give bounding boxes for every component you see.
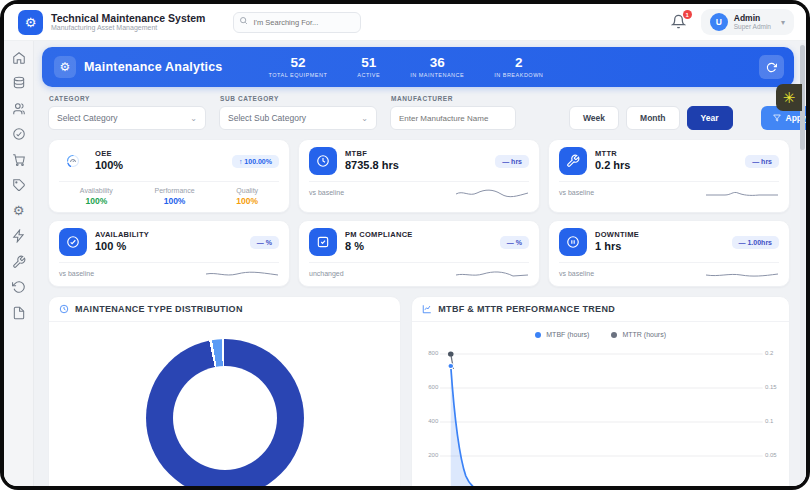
donut-chart[interactable] — [146, 339, 304, 486]
sidebar-item-home[interactable] — [11, 50, 26, 65]
user-name: Admin — [734, 14, 771, 23]
category-select[interactable]: Select Category ⌄ — [48, 106, 206, 130]
kpi-card-mttr: MTTR 0.2 hrs — hrs vs baseline — [548, 139, 790, 213]
sparkline — [705, 187, 779, 199]
check-circle-icon — [12, 127, 26, 141]
oee-availability: Availability 100% — [80, 187, 113, 206]
wrench-icon — [12, 255, 26, 269]
history-icon — [12, 280, 26, 294]
pause-circle-icon — [559, 228, 587, 256]
home-icon — [12, 51, 26, 65]
sidebar-item-history[interactable] — [11, 280, 26, 295]
kpi-value: 8735.8 hrs — [345, 159, 399, 173]
refresh-icon — [766, 62, 777, 73]
kpi-value: 0.2 hrs — [595, 159, 630, 173]
sidebar-item-assets[interactable] — [11, 76, 26, 91]
category-label: CATEGORY — [49, 95, 206, 102]
checkbox-icon — [309, 228, 337, 256]
sidebar-item-reports[interactable] — [11, 305, 26, 320]
sidebar-item-settings[interactable]: ⚙ — [11, 203, 26, 218]
top-header: ⚙ Technical Maintenance System Manufactu… — [4, 4, 806, 41]
stat-active: 51 ACTIVE — [357, 56, 380, 78]
manufacturer-input[interactable] — [390, 106, 516, 130]
sidebar-item-procurement[interactable] — [11, 152, 26, 167]
app-logo-gear-icon: ⚙ — [18, 10, 43, 35]
legend-mtbf[interactable]: MTBF (hours) — [535, 331, 589, 338]
kpi-label: OEE — [95, 149, 123, 158]
filter-icon — [773, 114, 781, 122]
stat-in-maintenance: 36 IN MAINTENANCE — [410, 56, 464, 78]
window-frame: ⚙ Technical Maintenance System Manufactu… — [0, 0, 810, 490]
page-title: Maintenance Analytics — [84, 60, 223, 74]
app-subtitle: Manufacturing Asset Management — [51, 24, 205, 32]
kpi-label: DOWNTIME — [595, 230, 639, 239]
kpi-card-pm-compliance: PM COMPLIANCE 8 % — % unchanged — [298, 220, 540, 287]
kpi-trend-badge: — % — [500, 236, 529, 249]
sparkline — [455, 268, 529, 280]
line-chart-icon — [422, 304, 432, 314]
analytics-banner: ⚙ Maintenance Analytics 52 TOTAL EQUIPME… — [42, 47, 794, 87]
user-role: Super Admin — [734, 23, 771, 30]
kpi-label: AVAILABILITY — [95, 230, 149, 239]
kpi-label: MTTR — [595, 149, 630, 158]
gear-icon: ⚙ — [13, 203, 25, 218]
sparkline — [705, 268, 779, 280]
user-menu[interactable]: U Admin Super Admin ▾ — [701, 9, 794, 35]
period-month-button[interactable]: Month — [626, 106, 680, 130]
notification-badge: 1 — [683, 10, 692, 19]
baseline-label: vs baseline — [559, 189, 594, 196]
period-year-button[interactable]: Year — [687, 106, 733, 130]
zap-icon — [12, 229, 26, 243]
sidebar-nav: ⚙ — [4, 41, 34, 486]
chart-title: MAINTENANCE TYPE DISTRIBUTION — [75, 304, 243, 314]
sidebar-item-maintenance[interactable] — [11, 254, 26, 269]
sparkline — [205, 268, 279, 280]
floating-widget-button[interactable]: ✳ — [776, 84, 802, 111]
baseline-label: unchanged — [309, 270, 344, 277]
tag-icon — [12, 178, 26, 192]
trend-lines — [440, 342, 763, 486]
subcategory-label: SUB CATEGORY — [220, 95, 377, 102]
kpi-value: 8 % — [345, 240, 413, 254]
notifications-button[interactable]: 1 — [671, 14, 687, 30]
gauge-icon — [59, 147, 87, 175]
legend-dot — [611, 332, 617, 338]
sidebar-item-users[interactable] — [11, 101, 26, 116]
app-title: Technical Maintenance System — [51, 12, 205, 24]
kpi-label: PM COMPLIANCE — [345, 230, 413, 239]
check-circle-icon — [59, 228, 87, 256]
kpi-label: MTBF — [345, 149, 399, 158]
filter-bar: CATEGORY Select Category ⌄ SUB CATEGORY … — [48, 95, 790, 130]
left-axis: 800 600 400 200 — [420, 342, 440, 486]
period-week-button[interactable]: Week — [569, 106, 619, 130]
sidebar-item-energy[interactable] — [11, 229, 26, 244]
kpi-trend-badge: — hrs — [745, 155, 779, 168]
subcategory-select[interactable]: Select Sub Category ⌄ — [219, 106, 377, 130]
kpi-value: 100 % — [95, 240, 149, 254]
search-input[interactable] — [233, 12, 361, 33]
app-window: ⚙ Technical Maintenance System Manufactu… — [4, 4, 806, 486]
refresh-button[interactable] — [759, 55, 784, 79]
stat-total-equipment: 52 TOTAL EQUIPMENT — [269, 56, 328, 78]
sidebar-item-tags[interactable] — [11, 178, 26, 193]
sparkline — [455, 187, 529, 199]
kpi-card-availability: AVAILABILITY 100 % — % vs baseline — [48, 220, 290, 287]
baseline-label: vs baseline — [309, 189, 344, 196]
chart-title: MTBF & MTTR PERFORMANCE TREND — [438, 304, 615, 314]
oee-quality: Quality 100% — [236, 187, 258, 206]
cart-icon — [12, 153, 26, 167]
stat-in-breakdown: 2 IN BREAKDOWN — [494, 56, 543, 78]
chevron-down-icon: ⌄ — [361, 114, 368, 123]
chevron-down-icon: ⌄ — [190, 114, 197, 123]
kpi-trend-badge: ↑ 100.00% — [232, 155, 279, 168]
legend-mttr[interactable]: MTTR (hours) — [611, 331, 666, 338]
chevron-down-icon: ▾ — [781, 18, 785, 27]
file-icon — [12, 306, 26, 320]
users-icon — [12, 102, 26, 116]
maintenance-type-distribution-chart: MAINTENANCE TYPE DISTRIBUTION — [48, 296, 401, 486]
wrench-icon — [559, 147, 587, 175]
kpi-value: 1 hrs — [595, 240, 639, 254]
search-icon — [239, 16, 248, 25]
kpi-trend-badge: — % — [250, 236, 279, 249]
sidebar-item-tasks[interactable] — [11, 127, 26, 142]
